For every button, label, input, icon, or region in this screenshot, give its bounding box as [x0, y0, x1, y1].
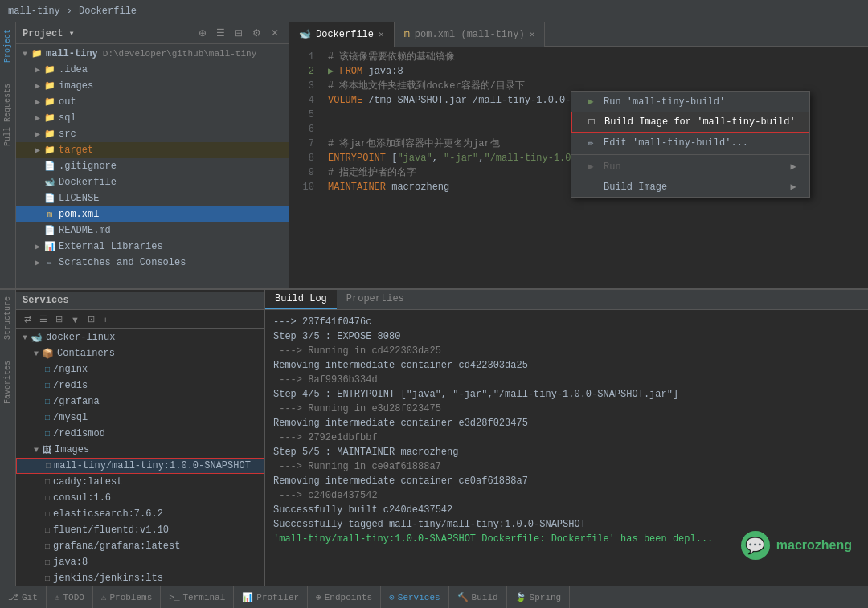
- redis-label: /redis: [53, 380, 88, 391]
- tree-license[interactable]: 📄 LICENSE: [16, 190, 289, 206]
- tab-dockerfile-close[interactable]: ✕: [379, 29, 384, 39]
- svc-btn-add[interactable]: +: [100, 312, 111, 326]
- vtab-structure[interactable]: Structure: [2, 290, 14, 346]
- menu-build-image-for[interactable]: □ Build Image for 'mall-tiny-build': [571, 112, 809, 133]
- status-git[interactable]: ⎇ Git: [0, 586, 47, 608]
- tree-root[interactable]: ▼ 📁 mall-tiny D:\developer\github\mall-t…: [16, 46, 289, 62]
- status-services[interactable]: ⊙ Services: [381, 586, 448, 608]
- svc-btn-filter[interactable]: ▼: [68, 312, 83, 326]
- svc-containers[interactable]: ▼ 📦 Containers: [16, 345, 264, 361]
- svc-mysql[interactable]: □ /mysql: [16, 410, 264, 426]
- svc-btn-list[interactable]: ☰: [36, 312, 51, 326]
- svc-docker[interactable]: ▼ 🐋 docker-linux: [16, 329, 264, 345]
- svc-elasticsearch[interactable]: □ elasticsearch:7.6.2: [16, 506, 264, 522]
- status-build[interactable]: 🔨 Build: [449, 586, 507, 608]
- tree-target[interactable]: ▶ 📁 target: [16, 142, 289, 158]
- tree-pomxml[interactable]: m pom.xml: [16, 206, 289, 222]
- log-line-16: Successfully tagged mall-tiny/mall-tiny:…: [273, 517, 860, 532]
- code-line-2: ▶ FROM java:8: [328, 64, 862, 79]
- tree-idea[interactable]: ▶ 📁 .idea: [16, 62, 289, 78]
- endpoints-label: Endpoints: [325, 593, 372, 602]
- profiler-icon: 📊: [242, 592, 253, 602]
- log-line-9: ---> 2792e1dbfbbf: [273, 430, 860, 445]
- svc-fluent[interactable]: □ fluent/fluentd:v1.10: [16, 522, 264, 538]
- nginx-icon: □: [45, 365, 50, 374]
- tab-build-log[interactable]: Build Log: [265, 290, 337, 309]
- menu-edit[interactable]: ✏ Edit 'mall-tiny-build'...: [571, 133, 809, 153]
- status-todo[interactable]: ⚠ TODO: [47, 586, 93, 608]
- mysql-icon: □: [45, 414, 50, 422]
- tree-images[interactable]: ▶ 📁 images: [16, 78, 289, 94]
- status-problems[interactable]: ⚠ Problems: [93, 586, 161, 608]
- out-folder-icon: 📁: [43, 96, 56, 108]
- tree-scratches[interactable]: ▶ ✏ Scratches and Consoles: [16, 255, 289, 271]
- tree-sql[interactable]: ▶ 📁 sql: [16, 110, 289, 126]
- svc-nginx[interactable]: □ /nginx: [16, 361, 264, 377]
- images-group-arrow: ▼: [31, 446, 42, 455]
- vtab-pull-requests[interactable]: Pull Requests: [2, 77, 14, 153]
- svc-images-group[interactable]: ▼ 🖼 Images: [16, 442, 264, 458]
- vtab-project[interactable]: Project: [2, 22, 14, 69]
- scratches-icon: ✏: [43, 256, 56, 269]
- sidebar-add-btn[interactable]: ⊕: [195, 26, 210, 40]
- svc-java8[interactable]: □ java:8: [16, 554, 264, 570]
- svc-redis[interactable]: □ /redis: [16, 377, 264, 394]
- menu-build-image[interactable]: Build Image ▶: [571, 177, 809, 197]
- svc-consul[interactable]: □ consul:1.6: [16, 490, 264, 506]
- ln-2: 2: [289, 64, 321, 79]
- tab-properties[interactable]: Properties: [337, 290, 414, 309]
- sidebar-settings-btn[interactable]: ⚙: [249, 26, 264, 40]
- java8-icon: □: [45, 558, 50, 567]
- status-spring[interactable]: 🍃 Spring: [507, 586, 571, 608]
- log-line-5: ---> 8af9936b334d: [273, 373, 860, 387]
- tree-gitignore[interactable]: 📄 .gitignore: [16, 158, 289, 174]
- containers-icon: 📦: [42, 348, 54, 360]
- problems-icon: ⚠: [101, 592, 107, 602]
- svc-btn-layout[interactable]: ⊡: [84, 312, 98, 326]
- vtab-favorites[interactable]: Favorites: [2, 354, 14, 410]
- status-bar: ⎇ Git ⚠ TODO ⚠ Problems >_ Terminal 📊 Pr…: [0, 586, 868, 608]
- tab-dockerfile-label: Dockerfile: [316, 29, 374, 40]
- license-label: LICENSE: [59, 193, 99, 204]
- tree-src[interactable]: ▶ 📁 src: [16, 126, 289, 142]
- spring-label: Spring: [530, 593, 562, 602]
- tab-pomxml-close[interactable]: ✕: [530, 29, 535, 39]
- redis-icon: □: [45, 382, 50, 390]
- svc-caddy[interactable]: □ caddy:latest: [16, 474, 264, 490]
- svc-redismod[interactable]: □ /redismod: [16, 426, 264, 442]
- tab-pomxml[interactable]: m pom.xml (mall-tiny) ✕: [395, 22, 546, 47]
- log-line-11: ---> Running in ce0af61888a7: [273, 459, 860, 474]
- svc-grafana-img[interactable]: □ grafana/grafana:latest: [16, 538, 264, 554]
- sql-label: sql: [59, 112, 76, 124]
- pomxml-label: pom.xml: [59, 209, 99, 220]
- log-line-4: Removing intermediate container cd422303…: [273, 358, 860, 373]
- svc-btn-grid[interactable]: ⊞: [52, 312, 66, 326]
- tree-readme[interactable]: 📄 README.md: [16, 222, 289, 239]
- tab-pomxml-label: pom.xml (mall-tiny): [415, 29, 525, 40]
- status-profiler[interactable]: 📊 Profiler: [234, 586, 308, 608]
- tree-out[interactable]: ▶ 📁 out: [16, 94, 289, 110]
- sidebar-expand-btn[interactable]: ☰: [213, 26, 228, 40]
- target-label: target: [59, 145, 93, 156]
- line-numbers: 1 2 3 4 5 6 7 8 9 10: [289, 47, 321, 288]
- tree-extlibs[interactable]: ▶ 📊 External Libraries: [16, 239, 289, 255]
- mall-tiny-icon: □: [46, 462, 51, 471]
- containers-arrow: ▼: [31, 349, 42, 358]
- editor-tabs: 🐋 Dockerfile ✕ m pom.xml (mall-tiny) ✕: [289, 22, 868, 47]
- svc-btn-sync[interactable]: ⇄: [21, 312, 35, 326]
- sidebar-close-btn[interactable]: ✕: [268, 26, 282, 40]
- status-endpoints[interactable]: ⊕ Endpoints: [308, 586, 381, 608]
- services-title: Services: [16, 292, 264, 310]
- tree-dockerfile[interactable]: 🐋 Dockerfile: [16, 174, 289, 190]
- tab-dockerfile-icon: 🐋: [299, 28, 311, 40]
- status-terminal[interactable]: >_ Terminal: [161, 586, 234, 608]
- sidebar-collapse-btn[interactable]: ⊟: [231, 26, 246, 40]
- images-folder-icon: 📁: [43, 80, 56, 92]
- tab-dockerfile[interactable]: 🐋 Dockerfile ✕: [289, 22, 395, 47]
- svc-mall-tiny[interactable]: □ mall-tiny/mall-tiny:1.0.0-SNAPSHOT: [16, 458, 264, 474]
- svc-jenkins[interactable]: □ jenkins/jenkins:lts: [16, 570, 264, 586]
- services-toolbar: ⇄ ☰ ⊞ ▼ ⊡ +: [16, 310, 264, 329]
- svc-grafana[interactable]: □ /grafana: [16, 394, 264, 410]
- menu-run[interactable]: ▶ Run 'mall-tiny-build': [571, 92, 809, 112]
- menu-run2-label: Run: [604, 161, 621, 173]
